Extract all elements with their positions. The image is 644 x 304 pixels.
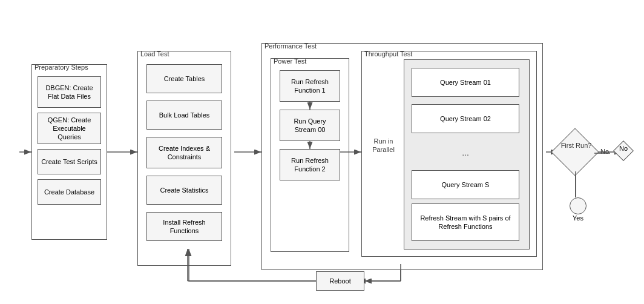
- first-run-diamond: [551, 128, 599, 176]
- reboot-box: Reboot: [316, 271, 364, 291]
- run-refresh-1-box: Run Refresh Function 1: [280, 70, 340, 102]
- first-run-diamond-container: First Run?: [558, 135, 594, 171]
- query-stream-01-box: Query Stream 01: [412, 68, 519, 97]
- create-indexes-box: Create Indexes & Constraints: [146, 137, 222, 168]
- first-run-label: First Run?: [558, 141, 594, 150]
- bulk-load-tables-box: Bulk Load Tables: [146, 101, 222, 130]
- no-diamond-label: No: [614, 145, 633, 152]
- create-tables-box: Create Tables: [146, 64, 222, 93]
- no-diamond-container: No: [613, 140, 634, 162]
- yes-circle-container: Yes: [567, 197, 589, 219]
- workflow-diagram: Preparatory Steps DBGEN: Create Flat Dat…: [13, 10, 631, 294]
- preparatory-steps-label: Preparatory Steps: [34, 64, 88, 71]
- performance-test-label: Performance Test: [264, 42, 317, 50]
- create-database-box: Create Database: [38, 179, 101, 205]
- dbgen-box: DBGEN: Create Flat Data Files: [38, 76, 101, 108]
- qgen-box: QGEN: Create Executable Queries: [38, 113, 101, 144]
- no-label: No: [600, 148, 609, 155]
- query-stream-02-box: Query Stream 02: [412, 104, 519, 133]
- run-query-stream-00-box: Run Query Stream 00: [280, 110, 340, 141]
- yes-label: Yes: [567, 214, 589, 222]
- query-stream-s-box: Query Stream S: [412, 170, 519, 199]
- run-refresh-2-box: Run Refresh Function 2: [280, 149, 340, 180]
- install-refresh-box: Install Refresh Functions: [146, 212, 222, 241]
- power-test-label: Power Test: [274, 58, 306, 65]
- load-test-label: Load Test: [140, 50, 169, 58]
- refresh-stream-box: Refresh Stream with S pairs of Refresh F…: [412, 203, 519, 241]
- throughput-test-label: Throughput Test: [364, 50, 412, 58]
- create-statistics-box: Create Statistics: [146, 176, 222, 205]
- yes-circle: [570, 197, 586, 214]
- ellipsis-box: ...: [412, 140, 519, 165]
- create-test-scripts-box: Create Test Scripts: [38, 149, 101, 174]
- run-parallel-label: Run in Parallel: [367, 137, 400, 154]
